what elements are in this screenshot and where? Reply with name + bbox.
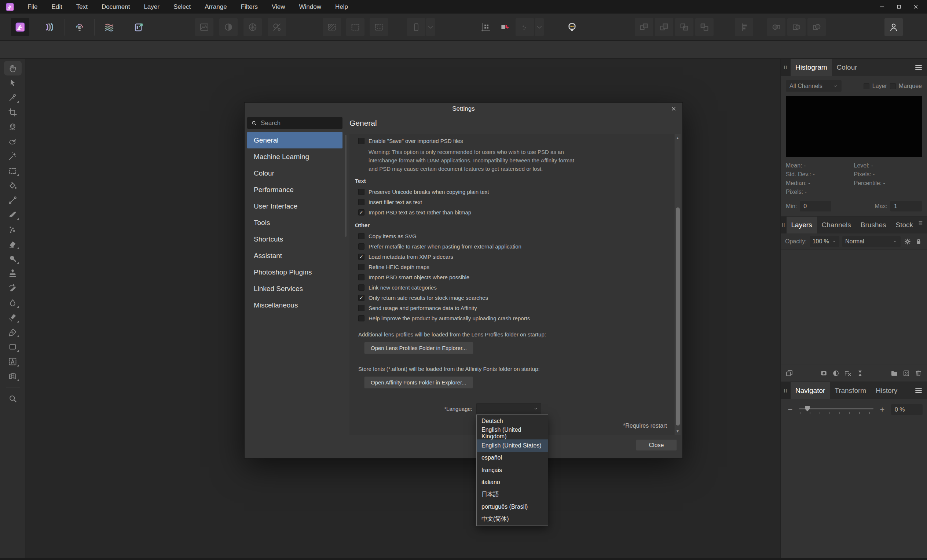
language-select[interactable] (476, 403, 541, 414)
checkbox-unchecked[interactable] (358, 138, 365, 144)
zoom-tool[interactable] (4, 391, 22, 406)
maximize-button[interactable] (891, 0, 907, 14)
menu-edit[interactable]: Edit (44, 0, 69, 14)
layers-tab-layers[interactable]: Layers (787, 217, 817, 234)
duplicate-layers-icon[interactable] (785, 369, 793, 378)
blur-tool[interactable] (4, 295, 22, 310)
checkbox-unchecked[interactable] (358, 189, 365, 195)
language-option[interactable]: English (United States) (477, 439, 548, 452)
eraser-tool[interactable] (4, 237, 22, 251)
freehand-selection-tool[interactable] (4, 134, 22, 149)
checkbox-unchecked[interactable] (358, 315, 365, 322)
menu-view[interactable]: View (265, 0, 292, 14)
language-option[interactable]: 中文(简体) (477, 513, 548, 525)
pen-tool[interactable] (4, 325, 22, 339)
assistant-button[interactable] (563, 18, 581, 36)
language-option[interactable]: English (United Kingdom) (477, 427, 548, 440)
panel-grip-icon[interactable]: II (781, 217, 787, 234)
max-input[interactable]: 1 (891, 201, 922, 211)
channel-select[interactable]: All Channels (786, 80, 842, 92)
navigator-tab-transform[interactable]: Transform (830, 382, 871, 399)
snapshot-icon[interactable] (856, 369, 864, 378)
healing-brush-tool[interactable] (4, 310, 22, 325)
liquify-persona-button[interactable] (41, 18, 59, 36)
navigator-tab-navigator[interactable]: Navigator (790, 382, 830, 399)
sidebar-item-performance[interactable]: Performance (247, 181, 342, 198)
sidebar-item-assistant[interactable]: Assistant (247, 247, 342, 264)
sidebar-item-general[interactable]: General (247, 132, 342, 149)
clone-stamp-tool[interactable] (4, 266, 22, 281)
menu-select[interactable]: Select (167, 0, 198, 14)
assets-icon[interactable] (902, 369, 910, 378)
sidebar-item-tools[interactable]: Tools (247, 214, 342, 231)
sidebar-item-machine-learning[interactable]: Machine Learning (247, 149, 342, 165)
zoom-slider-thumb[interactable] (805, 406, 810, 411)
language-option[interactable]: français (477, 464, 548, 477)
gradient-tool[interactable] (4, 193, 22, 208)
export-persona-button[interactable] (130, 18, 148, 36)
layers-tab-stock[interactable]: Stock (891, 217, 918, 234)
close-button[interactable]: Close (636, 439, 677, 451)
account-button[interactable] (884, 18, 903, 36)
menu-file[interactable]: File (21, 0, 44, 14)
adjustment-layer-icon[interactable] (832, 369, 840, 378)
settings-search-input[interactable]: Search (247, 117, 342, 129)
opacity-select[interactable]: 100 % (810, 236, 839, 247)
layers-tab-brushes[interactable]: Brushes (856, 217, 891, 234)
lock-layer-icon[interactable] (915, 237, 922, 246)
selection-brush-tool[interactable] (4, 120, 22, 134)
sidebar-item-colour[interactable]: Colour (247, 165, 342, 181)
close-window-button[interactable] (907, 0, 924, 14)
photo-persona-button[interactable] (11, 18, 29, 36)
layers-list[interactable] (781, 250, 927, 365)
text-tool[interactable] (4, 354, 22, 369)
flood-fill-tool[interactable] (4, 178, 22, 193)
panel-menu-icon[interactable] (918, 220, 923, 230)
zoom-out-button[interactable]: − (785, 405, 795, 415)
paint-brush-tool[interactable] (4, 208, 22, 222)
checkbox-checked[interactable]: ✓ (358, 253, 365, 260)
group-layers-icon[interactable] (890, 369, 898, 378)
checkbox-checked[interactable]: ✓ (358, 294, 365, 301)
layers-tab-channels[interactable]: Channels (817, 217, 856, 234)
sidebar-item-user-interface[interactable]: User Interface (247, 198, 342, 214)
tone-mapping-persona-button[interactable] (100, 18, 119, 36)
scroll-down-icon[interactable]: ▼ (675, 428, 681, 434)
flood-select-tool[interactable] (4, 149, 22, 164)
open-affinity-fonts-button[interactable]: Open Affinity Fonts Folder in Explorer..… (364, 376, 473, 389)
panel-menu-icon[interactable] (914, 386, 923, 395)
develop-persona-button[interactable] (70, 18, 89, 36)
scrollbar-thumb[interactable] (676, 208, 680, 425)
menu-arrange[interactable]: Arrange (198, 0, 234, 14)
checkbox-unchecked[interactable] (358, 243, 365, 250)
move-tool[interactable] (4, 76, 22, 90)
menu-document[interactable]: Document (94, 0, 137, 14)
checkbox-checked[interactable]: ✓ (358, 209, 365, 216)
view-tool[interactable] (4, 61, 22, 76)
layer-settings-gear-icon[interactable] (904, 237, 912, 246)
colour-picker-tool[interactable] (4, 90, 22, 105)
checkbox-unchecked[interactable] (358, 284, 365, 291)
menu-help[interactable]: Help (328, 0, 355, 14)
panel-menu-icon[interactable] (914, 63, 923, 72)
navigator-tab-history[interactable]: History (871, 382, 902, 399)
rectangle-tool[interactable] (4, 339, 22, 354)
panel-grip-icon[interactable]: II (781, 59, 790, 76)
sidebar-scrollbar[interactable] (345, 135, 346, 237)
language-option[interactable]: 日本語 (477, 489, 548, 501)
panel-grip-icon[interactable]: II (781, 382, 790, 399)
pixel-tool[interactable] (4, 222, 22, 237)
settings-scrollbar[interactable]: ▲ ▼ (675, 134, 681, 435)
layer-checkbox[interactable] (863, 83, 869, 89)
dodge-brush-tool[interactable] (4, 251, 22, 266)
checkbox-unchecked[interactable] (358, 305, 365, 311)
sidebar-item-linked-services[interactable]: Linked Services (247, 280, 342, 297)
mesh-warp-tool[interactable] (4, 369, 22, 383)
language-option[interactable]: português (Brasil) (477, 501, 548, 513)
marquee-checkbox[interactable] (890, 83, 896, 89)
checkbox-unchecked[interactable] (358, 264, 365, 270)
sidebar-item-shortcuts[interactable]: Shortcuts (247, 231, 342, 247)
blend-mode-select[interactable]: Normal (842, 236, 901, 247)
mask-layer-icon[interactable] (819, 369, 828, 378)
live-filter-icon[interactable] (844, 369, 852, 378)
